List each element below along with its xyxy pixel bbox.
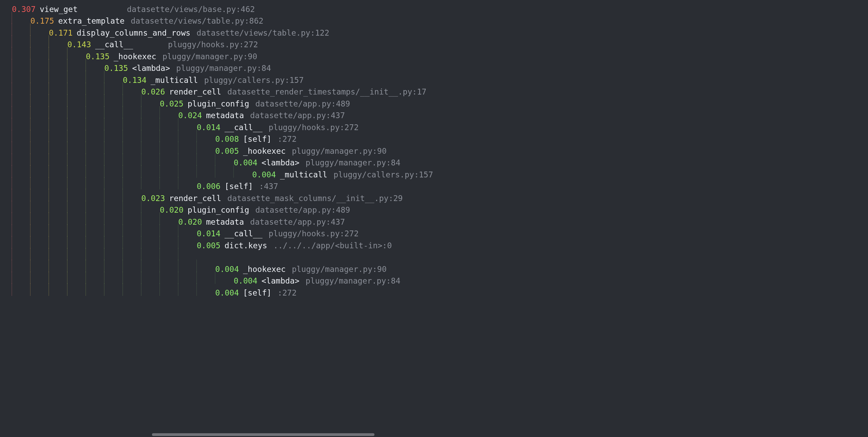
frame-location: pluggy/manager.py:84 xyxy=(176,62,271,74)
tree-guides xyxy=(12,201,159,213)
frame-time: 0.006 xyxy=(196,180,220,192)
horizontal-scrollbar-track[interactable] xyxy=(152,432,868,437)
tree-guides xyxy=(12,165,252,177)
frame-location: pluggy/hooks.py:272 xyxy=(269,228,359,240)
tree-guides xyxy=(12,12,30,24)
frame-location: pluggy/hooks.py:272 xyxy=(168,39,258,51)
tree-guides xyxy=(12,154,233,166)
tree-guides xyxy=(12,189,141,201)
frame-time: 0.004 xyxy=(233,275,257,287)
frame-function-name: _hookexec xyxy=(114,51,156,63)
frame-function-name: metadata xyxy=(206,216,244,228)
frame-function-name: dict.keys xyxy=(225,240,267,252)
frame-location: pluggy/manager.py:90 xyxy=(163,51,257,63)
frame-function-name: [self] xyxy=(243,133,271,145)
call-tree-row[interactable]: 0.307view_getdatasette/views/base.py:462 xyxy=(12,0,433,12)
call-tree-row[interactable]: 0.005dict.keys../../../app/<built-in>:0 xyxy=(12,236,433,248)
frame-location: datasette/app.py:437 xyxy=(250,110,345,122)
frame-time: 0.004 xyxy=(215,287,239,299)
tree-guides xyxy=(12,225,196,237)
frame-function-name: _hookexec xyxy=(243,263,286,275)
frame-location: datasette_mask_columns/__init__.py:29 xyxy=(227,192,403,204)
frame-location: datasette/views/table.py:862 xyxy=(131,15,264,27)
tree-guides xyxy=(12,95,159,107)
tree-guides xyxy=(12,83,141,95)
tree-guides xyxy=(12,47,86,59)
tree-guides xyxy=(12,248,196,260)
frame-location: :272 xyxy=(278,133,296,145)
frame-function-name: render_cell xyxy=(169,192,221,204)
tree-guides xyxy=(12,24,49,36)
frame-location: datasette/app.py:437 xyxy=(250,216,345,228)
frame-time: 0.014 xyxy=(196,228,220,240)
call-tree-row[interactable]: 0.008[self]:272 xyxy=(12,130,433,142)
frame-location: pluggy/manager.py:90 xyxy=(292,263,387,275)
frame-function-name: view_get xyxy=(40,3,121,15)
tree-guides xyxy=(12,213,178,225)
frame-location: :437 xyxy=(259,180,278,192)
tree-guides xyxy=(12,142,215,154)
frame-location: :272 xyxy=(278,287,296,299)
tree-guides xyxy=(12,130,215,142)
frame-function-name: _hookexec xyxy=(243,145,286,157)
tree-guides xyxy=(12,177,196,189)
frame-function-name: _multicall xyxy=(280,169,327,181)
frame-location: pluggy/callers.py:157 xyxy=(204,74,304,86)
tree-guides xyxy=(12,284,215,296)
horizontal-scrollbar-thumb[interactable] xyxy=(152,433,374,436)
frame-function-name: <lambda> xyxy=(132,62,170,74)
frame-location: ../../../app/<built-in>:0 xyxy=(273,240,392,252)
frame-function-name: [self] xyxy=(225,180,253,192)
frame-function-name: __call__ xyxy=(225,122,263,134)
frame-function-name: __call__ xyxy=(225,228,263,240)
frame-function-name: __call__ xyxy=(95,39,162,51)
frame-location: datasette/views/table.py:122 xyxy=(196,27,329,39)
profiler-call-tree: 0.307view_getdatasette/views/base.py:462… xyxy=(12,0,433,296)
frame-function-name: _multicall xyxy=(151,74,198,86)
frame-time: 0.008 xyxy=(215,133,239,145)
frame-function-name: plugin_config xyxy=(188,98,249,110)
tree-guides xyxy=(12,272,233,284)
frame-function-name: display_columns_and_rows xyxy=(77,27,190,39)
tree-guides xyxy=(12,260,215,272)
tree-guides xyxy=(12,71,123,83)
tree-guides xyxy=(12,59,104,71)
call-tree-row[interactable]: 0.023render_celldatasette_mask_columns/_… xyxy=(12,189,433,201)
tree-guides xyxy=(12,236,196,248)
frame-function-name: extra_template xyxy=(58,15,125,27)
frame-location: datasette/app.py:489 xyxy=(255,204,350,216)
frame-function-name: <lambda> xyxy=(261,157,299,169)
frame-function-name: <lambda> xyxy=(261,275,299,287)
frame-location: datasette_render_timestamps/__init__.py:… xyxy=(227,86,426,98)
frame-location: pluggy/hooks.py:272 xyxy=(269,122,359,134)
frame-function-name: metadata xyxy=(206,110,244,122)
frame-location: datasette/views/base.py:462 xyxy=(127,3,255,15)
frame-time: 0.005 xyxy=(196,240,220,252)
frame-location: pluggy/callers.py:157 xyxy=(333,169,433,181)
tree-guides xyxy=(12,118,196,130)
frame-time: 0.004 xyxy=(252,169,276,181)
tree-guides xyxy=(12,107,178,118)
frame-location: pluggy/manager.py:84 xyxy=(306,157,400,169)
call-tree-row[interactable]: 0.004_hookexecpluggy/manager.py:90 xyxy=(12,260,433,272)
frame-location: pluggy/manager.py:90 xyxy=(292,145,387,157)
frame-function-name: [self] xyxy=(243,287,271,299)
frame-location: datasette/app.py:489 xyxy=(255,98,350,110)
frame-location: pluggy/manager.py:84 xyxy=(306,275,400,287)
frame-function-name: plugin_config xyxy=(188,204,249,216)
frame-function-name: render_cell xyxy=(169,86,221,98)
tree-guides xyxy=(12,36,67,48)
